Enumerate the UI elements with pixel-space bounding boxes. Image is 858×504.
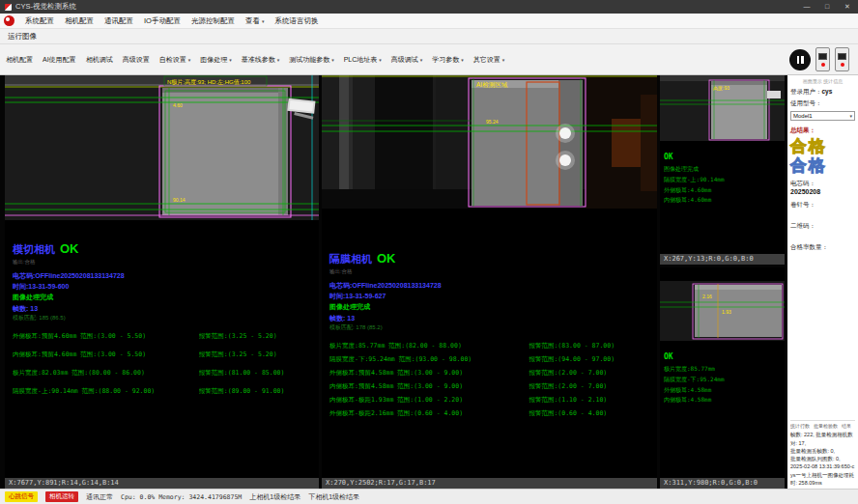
cell-code-label: 电芯码： [790, 180, 855, 188]
menu-item-label: 通讯配置 [104, 16, 133, 26]
preview-top-viewport[interactable]: 高度:93 [660, 75, 785, 145]
preview-top-image: 高度:93 [660, 75, 785, 141]
overall-result-pass-2: 合格 [790, 156, 855, 176]
dimension-label: 95.24 [486, 119, 499, 125]
tape-connector [767, 91, 781, 98]
measurement-value: 隔膜宽度-下:95.24mm 范围:(93.00 - 98.00) [329, 355, 529, 364]
process-done: 图像处理完成 [329, 301, 651, 312]
stats-header-cell: 批量检验数 [814, 423, 838, 429]
menu-item[interactable]: IO手动配置 [144, 16, 181, 26]
preview-lines: 极片宽度:85.77mm隔膜宽度-下:95.24mm外侧极耳:4.58mm内侧极… [664, 364, 781, 406]
camera-view-toggle-1[interactable] [815, 47, 830, 71]
minimize-button[interactable]: — [801, 3, 813, 11]
stats-line: 帧数: 222, 批量检测相机数对: 17, [790, 431, 855, 447]
toolbar-button[interactable]: 基准线参数 [242, 55, 280, 65]
measurement-value: 极片宽度:82.03mm 范围:(80.00 - 86.00) [13, 369, 199, 378]
dimension-label: 1.93 [722, 309, 731, 315]
toolbar: 相机配置 AI使用配置 相机调试 高级设置 [0, 44, 858, 75]
menu-item-label: 光源控制配置 [191, 16, 235, 26]
toolbar-button[interactable]: 自检设置 [159, 55, 191, 65]
stats-header: 统计行数批量检验数结果 [790, 420, 855, 429]
stats-line: 批量检测队列图数: 0, [790, 455, 855, 462]
preview-panel-bottom: 2.16 1.93 OK 极片宽度:85.77mm隔膜宽度-下:95.24mm外… [660, 267, 785, 489]
menu-item[interactable]: 光源控制配置 [191, 16, 235, 26]
camera-name: 模切相机 [13, 242, 55, 257]
measurement-row: 隔膜宽度-上:90.14mm 范围:(88.00 - 92.00) 报警范围:(… [13, 387, 313, 396]
camera-subline: 输出:合格 [329, 268, 651, 275]
pin-number-value [790, 210, 855, 217]
main-area: N极片:高度:93; HD:左;HG值:100 4.60 90.14 模切相机 … [0, 75, 858, 489]
preview-bottom-viewport[interactable]: 2.16 1.93 [660, 281, 785, 345]
toolbar-button[interactable]: 高级设置 [123, 55, 150, 65]
alarm-range: 报警范围:(89.00 - 91.00) [199, 387, 313, 396]
cell-code-field: 电芯码： 20250208 [790, 180, 855, 196]
menu-item[interactable]: 系统语言切换 [274, 16, 318, 26]
stats-line: 批量检测丢帧数: 0, [790, 447, 855, 455]
upper-camera-result: 上相机1级检结果 [249, 492, 300, 502]
measurement-row: 极片宽度:85.77mm 范围:(82.00 - 88.00) 报警范围:(83… [329, 342, 651, 350]
qr-code-value [790, 231, 855, 238]
preview-lines: 图像处理完成隔膜宽度-上:90.14mm外侧极耳:4.60mm内侧极耳:4.60… [664, 164, 781, 206]
template-score: 模板匹配: 178 (85.2) [329, 323, 651, 333]
toolbar-button-label: PLC地址表 [344, 55, 378, 65]
preview-line: 图像处理完成 [664, 164, 781, 175]
preview-top-statusbar: X:267,Y:13;R:0,G:0,B:0 [660, 254, 785, 265]
measurement-row: 内侧极耳-极距1.93mm 范围:(1.00 - 2.20) 报警范围:(1.1… [329, 396, 651, 405]
measurement-value: 内侧极耳:预留4.58mm 范围:(3.00 - 9.00) [329, 382, 529, 391]
alarm-range: 报警范围:(0.60 - 4.00) [529, 409, 651, 418]
mid-camera-statusbar: X:270,Y:2502;R:17,G:17,B:17 [322, 478, 657, 489]
menu-item[interactable]: 通讯配置 [104, 16, 133, 26]
toolbar-button[interactable]: 相机配置 [6, 55, 33, 65]
stats-line: 2025-02-08 13:31:39:650-cys一号上相机一图像处理耗时:… [790, 462, 855, 487]
toolbar-button[interactable]: 高级调试 [391, 55, 423, 65]
model-select[interactable]: Model1 [790, 111, 855, 121]
menu-item[interactable]: 系统配置 [25, 16, 54, 26]
alarm-range: 报警范围:(83.00 - 87.00) [529, 342, 651, 350]
mid-camera-image: AI检测区域 95.24 [322, 75, 657, 209]
sidebar-header: 画面显示 统计信息 [790, 78, 855, 84]
left-camera-viewport[interactable]: N极片:高度:93; HD:左;HG值:100 4.60 90.14 [5, 75, 319, 220]
alarm-range: 报警范围:(81.00 - 85.00) [199, 369, 313, 378]
menu-item[interactable]: 相机配置 [65, 16, 94, 26]
toolbar-button[interactable]: 其它设置 [473, 55, 505, 65]
pin-number-label: 卷针号： [790, 201, 855, 210]
pause-button[interactable] [789, 49, 811, 70]
toolbar-button[interactable]: 图像处理 [200, 55, 232, 65]
camera-result-ok: OK [377, 251, 396, 266]
mid-camera-viewport[interactable]: AI检测区域 95.24 [322, 75, 657, 209]
alarm-range: 报警范围:(3.25 - 5.20) [199, 350, 313, 359]
measurement-row: 外侧极耳:预留4.58mm 范围:(3.00 - 9.00) 报警范围:(2.0… [329, 369, 651, 378]
stats-lines: 帧数: 222, 批量检测相机数对: 17,批量检测丢帧数: 0,批量检测队列图… [790, 431, 855, 487]
left-camera-statusbar: X:7677,Y:891;R:14,G:14,B:14 [5, 478, 319, 489]
monitor-icon [818, 53, 827, 60]
menu-item-label: 系统语言切换 [274, 16, 318, 26]
toolbar-buttons: 相机配置 AI使用配置 相机调试 高级设置 [6, 55, 504, 65]
menu: 系统配置 相机配置 通讯配置 IO手动配置 [25, 16, 318, 26]
qr-code-field: 二维码： [790, 222, 855, 238]
chevron-down-icon [502, 56, 505, 63]
model-value: Model1 [793, 112, 813, 121]
toolbar-button[interactable]: 测试功能参数 [289, 55, 334, 65]
toolbar-button[interactable]: 相机调试 [86, 55, 113, 65]
camera-subline: 输出:合格 [13, 259, 313, 266]
template-score: 模板匹配: 185 (86.5) [13, 314, 313, 323]
tab-run-image[interactable]: 运行图像 [8, 32, 37, 42]
preview-line: 隔膜宽度-上:90.14mm [664, 175, 781, 185]
left-camera-results: 模切相机 OK 输出:合格 电芯码:OFFline202502081331347… [5, 220, 319, 478]
camera-view-toggle-2[interactable] [835, 47, 849, 71]
measurement-row: 内侧极耳:预留4.58mm 范围:(3.00 - 9.00) 报警范围:(2.0… [329, 382, 651, 391]
close-button[interactable]: ✕ [842, 3, 853, 11]
maximize-button[interactable]: □ [821, 3, 833, 11]
toolbar-button[interactable]: 学习参数 [432, 55, 464, 65]
toolbar-button-label: 高级调试 [391, 55, 418, 65]
cell-barcode: 电芯码:OFFline20250208133134728 [329, 280, 651, 291]
alarm-range: 报警范围:(3.25 - 5.20) [199, 332, 313, 341]
pin-number-field: 卷针号： [790, 201, 855, 217]
toolbar-button[interactable]: AI使用配置 [43, 55, 76, 65]
toolbar-button[interactable]: PLC地址表 [344, 55, 382, 65]
preview-column: 高度:93 OK 图像处理完成隔膜宽度-上:90.14mm外侧极耳:4.60mm… [660, 75, 785, 489]
pass-rate-value [790, 252, 855, 260]
overlay-annotation: N极片:高度:93; HD:左;HG值:100 [167, 78, 251, 86]
menu-item[interactable]: 查看 [245, 16, 265, 26]
measurement-row: 外侧极耳:预留4.60mm 范围:(3.00 - 5.50) 报警范围:(3.2… [13, 332, 313, 341]
